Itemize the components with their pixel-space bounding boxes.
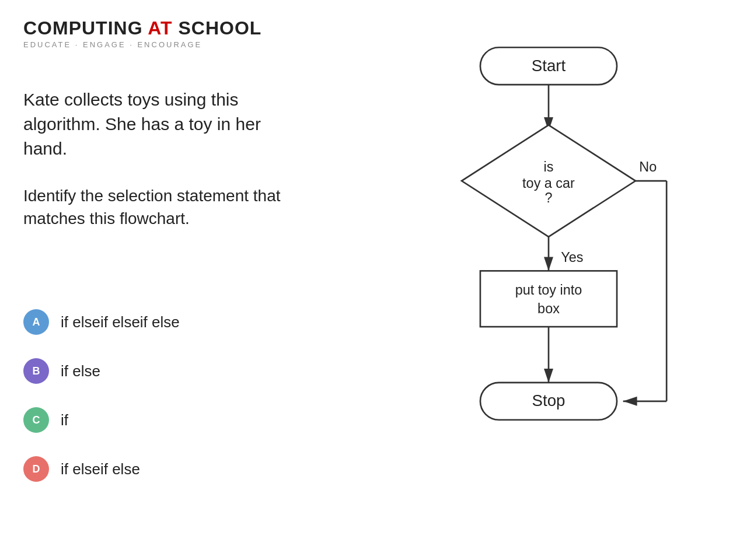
badge-d: D [23,456,49,482]
badge-b: B [23,358,49,384]
flowchart-svg: Start is toy a car ? No Yes put toy into… [379,35,718,519]
logo-school-word: SCHOOL [178,18,261,38]
option-b-label: if else [61,362,100,380]
logo: COMPUTING AT SCHOOL EDUCATE · ENGAGE · E… [23,18,261,49]
svg-text:Yes: Yes [561,250,583,265]
left-panel: Kate collects toys using this algorithm.… [23,88,292,259]
options-area: A if elseif elseif else B if else C if D… [23,309,292,505]
badge-c: C [23,407,49,433]
logo-computing-word: COMPUTING [23,18,143,38]
option-d-label: if elseif else [61,460,140,478]
svg-text:?: ? [544,190,552,205]
option-d[interactable]: D if elseif else [23,456,292,482]
description-text: Kate collects toys using this algorithm.… [23,88,292,161]
svg-text:is: is [544,159,554,174]
svg-text:box: box [537,301,560,316]
option-a-label: if elseif elseif else [61,313,180,331]
option-a[interactable]: A if elseif elseif else [23,309,292,335]
option-c[interactable]: C if [23,407,292,433]
svg-text:toy a car: toy a car [522,176,575,191]
instruction-text: Identify the selection statement that ma… [23,184,292,230]
svg-text:Stop: Stop [532,391,566,410]
flowchart: Start is toy a car ? No Yes put toy into… [379,35,718,519]
svg-text:No: No [639,159,657,174]
logo-text: COMPUTING AT SCHOOL [23,18,261,39]
svg-text:Start: Start [532,57,566,75]
svg-text:put toy into: put toy into [515,282,582,298]
logo-tagline: EDUCATE · ENGAGE · ENCOURAGE [23,40,261,49]
svg-rect-10 [480,271,617,327]
logo-at-word: AT [148,18,172,38]
option-c-label: if [61,411,68,429]
option-b[interactable]: B if else [23,358,292,384]
badge-a: A [23,309,49,335]
